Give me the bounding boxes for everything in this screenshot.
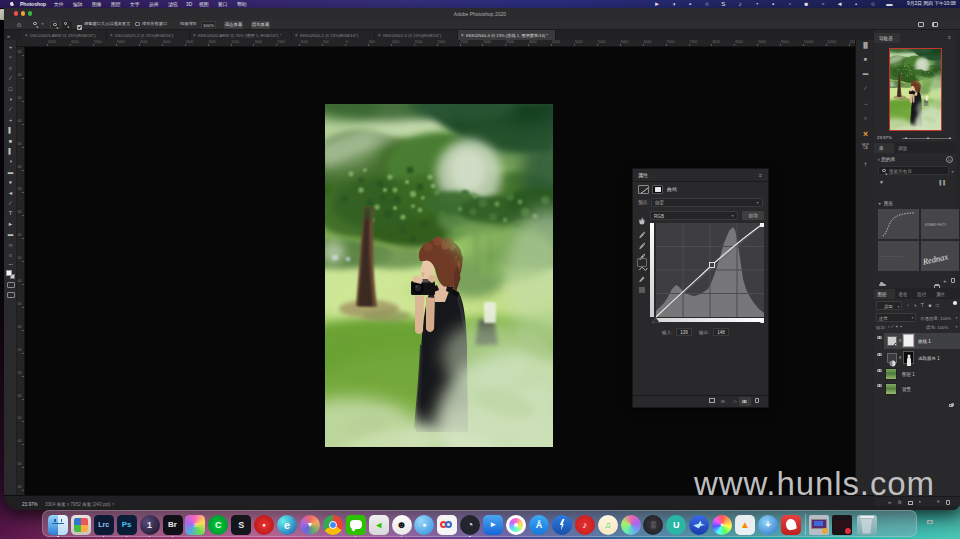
svg-text:Rednax: Rednax [921,251,949,266]
svg-text:· · · · · · · · · · · · ·: · · · · · · · · · · · · · [880,255,903,259]
svg-text:EDWARD PHOTO: EDWARD PHOTO [925,223,946,227]
